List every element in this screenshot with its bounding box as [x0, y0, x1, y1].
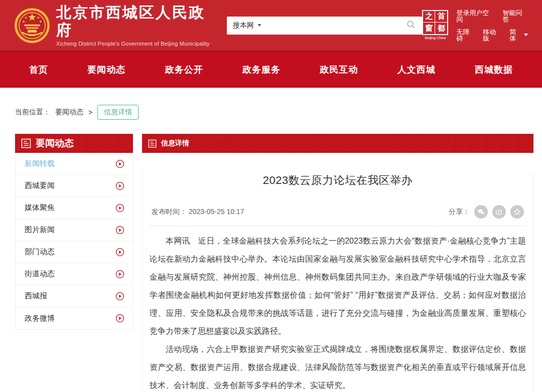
breadcrumb-separator: >: [88, 108, 92, 116]
chevron-down-icon: [257, 24, 261, 27]
site-brand[interactable]: 北京市西城区人民政府 Xicheng District People's Gov…: [14, 4, 214, 47]
article-panel-header: 信息详情: [142, 134, 533, 153]
sidebar-item-label: 西城报: [25, 291, 47, 301]
seal-char: 首: [435, 11, 447, 23]
breadcrumb-current-badge: 信息详情: [97, 105, 139, 120]
article-paragraph: 本网讯 近日，全球金融科技大会系列论坛之一的2023数云原力大会“数据资产·金融…: [150, 232, 526, 340]
search-input[interactable]: [266, 22, 406, 30]
language-dropdown[interactable]: 简体: [509, 29, 528, 42]
site-title: 北京市西城区人民政府: [56, 4, 214, 39]
publish-time-value: 2023-05-25 10:17: [189, 208, 244, 216]
breadcrumb-prefix: 当前位置：: [15, 108, 50, 117]
sidebar-item-label: 部门动态: [25, 247, 55, 257]
article-panel-title: 信息详情: [161, 139, 189, 148]
sidebar-item-gov-weibo[interactable]: 政务微博: [16, 307, 132, 329]
detail-doc-icon: [148, 139, 157, 148]
share-bar: 分享：: [449, 205, 524, 219]
seal-char: 都: [435, 23, 447, 34]
share-favorite-icon[interactable]: [510, 205, 524, 219]
nav-item-culture[interactable]: 人文西城: [397, 64, 436, 76]
sidebar-item-label: 图片新闻: [25, 225, 55, 235]
sidebar-item-label: 媒体聚焦: [25, 203, 55, 213]
circle-arrow-icon: [115, 181, 124, 190]
article-panel: 信息详情 2023数云原力论坛在我区举办 发布时间： 2023-05-25 10…: [142, 134, 533, 392]
circle-arrow-icon: [115, 204, 124, 213]
search-icon[interactable]: [406, 20, 416, 32]
search-scope-label: 搜本网: [233, 21, 254, 30]
breadcrumb-section-link[interactable]: 要闻动态: [55, 108, 83, 117]
circle-arrow-icon: [115, 314, 124, 323]
sidebar-item-media-focus[interactable]: 媒体聚焦: [16, 197, 132, 219]
article-body: 本网讯 近日，全球金融科技大会系列论坛之一的2023数云原力大会“数据资产·金融…: [150, 232, 526, 392]
news-doc-icon: [21, 138, 31, 148]
search-box: 搜本网: [227, 17, 422, 35]
circle-arrow-icon: [115, 226, 124, 235]
language-label: 简体: [509, 29, 521, 42]
sidebar-item-label: 政务微博: [25, 314, 55, 323]
publish-time: 发布时间： 2023-05-25 10:17: [152, 208, 244, 217]
sidebar-title: 要闻动态: [36, 137, 74, 150]
sidebar-item-photo-news[interactable]: 图片新闻: [16, 219, 132, 241]
sidebar-item-xicheng-news[interactable]: 西城要闻: [16, 175, 132, 197]
share-label: 分享：: [449, 208, 470, 217]
sidebar-list: 新闻转载 西城要闻 媒体聚焦 图片新闻: [15, 153, 133, 330]
nav-item-interaction[interactable]: 政民互动: [320, 64, 358, 76]
circle-arrow-icon: [115, 248, 124, 257]
capital-window-seal-logo[interactable]: 之 首 窗 都 Beijing-China: [422, 10, 448, 41]
sidebar-item-label: 新闻转载: [25, 159, 55, 168]
sidebar-item-street-updates[interactable]: 街道动态: [16, 263, 132, 285]
sidebar-header: 要闻动态: [15, 134, 133, 153]
smart-qa-link[interactable]: 智能问答: [502, 10, 528, 23]
accessibility-link[interactable]: 无障碍: [456, 29, 475, 42]
main-nav: 首页 要闻动态 政务公开 政务服务 政民互动 人文西城 西城数据: [0, 52, 542, 88]
site-subtitle: Xicheng District People's Government of …: [56, 41, 214, 47]
article-paragraph: 活动现场，六合上甲数据资产研究实验室正式揭牌成立，将围绕数据权属界定、数据评估定…: [150, 340, 526, 392]
nav-item-gov-services[interactable]: 政务服务: [242, 64, 281, 76]
sidebar-item-label: 街道动态: [25, 269, 55, 279]
sidebar-item-news-repost[interactable]: 新闻转载: [16, 153, 132, 175]
article-title: 2023数云原力论坛在我区举办: [150, 173, 526, 188]
chevron-down-icon: [524, 34, 528, 36]
sidebar-news-menu: 要闻动态 新闻转载 西城要闻 媒体聚焦 图片: [15, 134, 133, 330]
share-weibo-icon[interactable]: [492, 205, 506, 219]
search-scope-dropdown[interactable]: 搜本网: [233, 21, 261, 30]
sidebar-item-label: 西城要闻: [25, 181, 55, 190]
article-box: 2023数云原力论坛在我区举办 发布时间： 2023-05-25 10:17 分…: [142, 173, 533, 392]
mobile-version-link[interactable]: 移动版: [483, 29, 501, 42]
publish-time-label: 发布时间：: [152, 208, 187, 216]
nav-item-gov-affairs[interactable]: 政务公开: [165, 64, 203, 76]
sidebar-item-xicheng-paper[interactable]: 西城报: [16, 285, 132, 307]
circle-arrow-icon: [115, 292, 124, 301]
seal-char: 之: [423, 11, 435, 23]
national-emblem-logo: [14, 8, 50, 44]
article-meta-row: 发布时间： 2023-05-25 10:17 分享：: [150, 205, 526, 226]
share-wechat-icon[interactable]: [474, 205, 488, 219]
breadcrumb: 当前位置： 要闻动态 > 信息详情: [15, 105, 527, 120]
site-header: 北京市西城区人民政府 Xicheng District People's Gov…: [0, 0, 542, 52]
seal-caption: Beijing-China: [422, 36, 448, 40]
sidebar-item-department-updates[interactable]: 部门动态: [16, 241, 132, 263]
seal-char: 窗: [423, 23, 435, 34]
login-user-space-link[interactable]: 登录用户空间: [456, 10, 494, 23]
nav-item-data[interactable]: 西城数据: [475, 64, 513, 76]
nav-item-home[interactable]: 首页: [29, 64, 48, 76]
circle-arrow-icon: [115, 270, 124, 279]
nav-item-news[interactable]: 要闻动态: [87, 64, 125, 76]
circle-arrow-icon: [115, 159, 124, 168]
